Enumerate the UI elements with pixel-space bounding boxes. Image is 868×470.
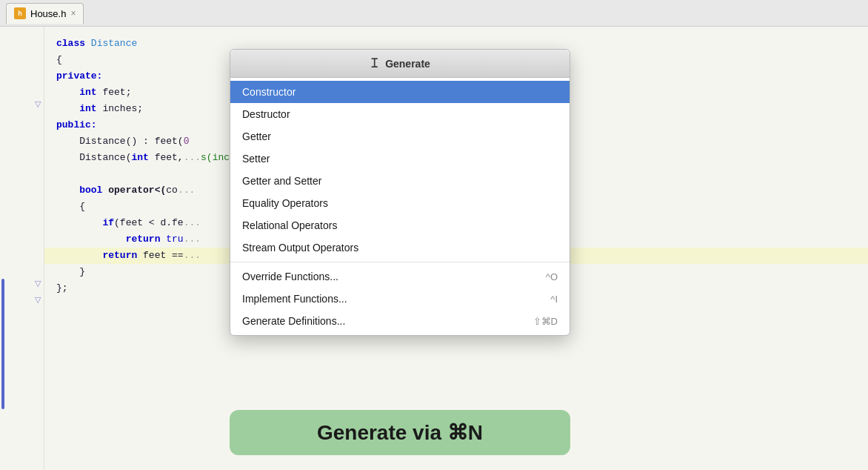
tab-house-h[interactable]: h House.h × (6, 3, 84, 24)
popup-item-relational[interactable]: Relational Operators (230, 214, 570, 236)
tab-file-icon: h (14, 7, 26, 19)
popup-divider (230, 262, 570, 262)
popup-item-label: Destructor (242, 108, 290, 120)
popup-item-setter[interactable]: Setter (230, 148, 570, 170)
popup-item-equality[interactable]: Equality Operators (230, 192, 570, 214)
tab-filename: House.h (30, 8, 66, 19)
popup-item-label: Implement Functions... (242, 293, 347, 305)
popup-list: Constructor Destructor Getter Setter Get… (230, 78, 570, 335)
generate-bar: Generate via ⌘N (230, 410, 570, 455)
tab-close-button[interactable]: × (70, 8, 76, 19)
popup-item-label: Getter (242, 130, 271, 142)
popup-item-label: Stream Output Operators (242, 242, 358, 254)
popup-item-generate-defs[interactable]: Generate Definitions... ⇧⌘D (230, 310, 570, 332)
popup-item-label: Relational Operators (242, 219, 337, 231)
generate-bar-rest: via ⌘N (407, 421, 483, 444)
gutter-marker-2: ▽ (35, 279, 41, 288)
popup-item-destructor[interactable]: Destructor (230, 103, 570, 125)
generate-bar-bold: Generate (317, 421, 407, 444)
popup-item-implement[interactable]: Implement Functions... ^I (230, 288, 570, 310)
popup-item-label: Equality Operators (242, 197, 328, 209)
popup-item-label: Constructor (242, 86, 296, 98)
popup-item-label: Getter and Setter (242, 175, 321, 187)
popup-item-stream[interactable]: Stream Output Operators (230, 236, 570, 259)
popup-item-shortcut: ^O (546, 271, 558, 282)
popup-item-constructor[interactable]: Constructor (230, 81, 570, 103)
popup-item-label: Setter (242, 153, 270, 165)
popup-item-getter-setter[interactable]: Getter and Setter (230, 170, 570, 192)
gutter-marker-1: ▽ (35, 99, 41, 109)
popup-header: 𝙸 Generate (230, 50, 570, 78)
popup-title: Generate (385, 58, 430, 70)
popup-item-shortcut: ⇧⌘D (533, 316, 558, 327)
change-indicator (1, 279, 4, 409)
cursor-icon: 𝙸 (370, 56, 379, 71)
popup-item-label: Override Functions... (242, 271, 338, 282)
popup-item-getter[interactable]: Getter (230, 125, 570, 148)
gutter-marker-3: ▽ (35, 295, 41, 305)
generate-popup: 𝙸 Generate Constructor Destructor Getter… (230, 49, 570, 336)
popup-item-override[interactable]: Override Functions... ^O (230, 265, 570, 288)
popup-item-shortcut: ^I (550, 294, 558, 305)
tab-bar: h House.h × (0, 0, 868, 27)
popup-item-label: Generate Definitions... (242, 315, 345, 327)
editor-gutter: ▽ ▽ ▽ (0, 27, 44, 470)
editor-area: ▽ ▽ ▽ class Distance { private: int feet… (0, 27, 868, 470)
